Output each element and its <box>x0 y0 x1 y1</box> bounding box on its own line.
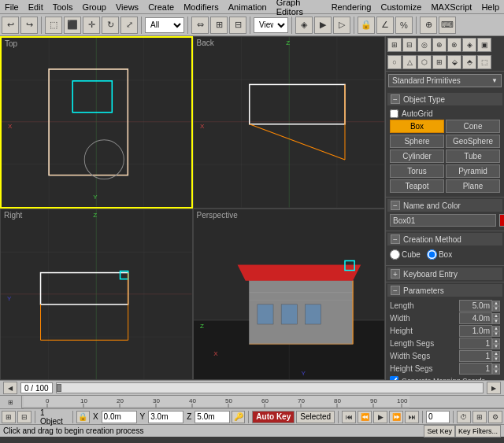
autogrid-checkbox[interactable] <box>390 109 398 118</box>
length-segs-spin-down[interactable]: ▼ <box>492 344 500 349</box>
generate-mapping-checkbox[interactable] <box>390 376 398 380</box>
rp-icon-5[interactable]: ⊗ <box>447 38 461 52</box>
height-input[interactable] <box>459 325 492 337</box>
menu-help[interactable]: Help <box>476 2 504 13</box>
width-spin-down[interactable]: ▼ <box>492 319 500 324</box>
menu-graph-editors[interactable]: Graph Editors <box>272 0 327 17</box>
cone-button[interactable]: Cone <box>446 120 500 133</box>
cube-radio-label[interactable]: Cube <box>390 249 421 260</box>
box-button[interactable]: Box <box>390 120 444 133</box>
ruler-corner-icon[interactable]: ⊞ <box>8 399 13 406</box>
length-spin-up[interactable]: ▲ <box>492 301 500 306</box>
width-segs-input[interactable] <box>459 350 492 362</box>
rp-icon-6[interactable]: ◈ <box>462 38 476 52</box>
render-scene-button[interactable]: ▶ <box>314 17 332 34</box>
select-region-button[interactable]: ⬛ <box>64 17 81 34</box>
menu-customize[interactable]: Customize <box>376 2 426 13</box>
viewport-right[interactable]: Right Y Z <box>0 209 193 381</box>
selection-filter-dropdown[interactable]: All <box>145 17 184 33</box>
cylinder-button[interactable]: Cylinder <box>390 150 444 163</box>
width-segs-spin-up[interactable]: ▲ <box>492 351 500 356</box>
object-name-input[interactable] <box>390 214 496 227</box>
viewport-perspective[interactable]: Perspective <box>193 209 386 381</box>
rp-icon-2[interactable]: ⊟ <box>402 38 417 52</box>
rp-icon-10[interactable]: ⬡ <box>417 55 432 69</box>
lock-selection-button[interactable]: 🔒 <box>76 411 90 423</box>
creation-method-header[interactable]: − Creation Method <box>387 233 502 245</box>
scale-button[interactable]: ⤢ <box>120 17 138 34</box>
named-sel-sets-button[interactable]: ⊕ <box>420 17 437 34</box>
collapse-creation-button[interactable]: − <box>391 234 400 244</box>
timeline-next-button[interactable]: ▶ <box>487 382 501 394</box>
color-swatch[interactable] <box>499 214 504 227</box>
align-button[interactable]: ⊞ <box>210 17 228 34</box>
height-spin-down[interactable]: ▼ <box>492 331 500 337</box>
selected-button[interactable]: Selected <box>296 411 335 423</box>
rp-icon-1[interactable]: ⊞ <box>387 38 402 52</box>
undo-button[interactable]: ↩ <box>2 17 19 34</box>
rp-icon-3[interactable]: ◎ <box>417 38 432 52</box>
z-value-input[interactable] <box>195 411 230 423</box>
viewport-layout-button[interactable]: ⊞ <box>472 411 487 423</box>
menu-views[interactable]: Views <box>111 2 143 13</box>
object-type-header[interactable]: − Object Type <box>387 93 502 105</box>
cube-radio[interactable] <box>390 249 400 260</box>
teapot-button[interactable]: Teapot <box>390 179 444 193</box>
tube-button[interactable]: Tube <box>446 150 500 163</box>
geosphere-button[interactable]: GeoSphere <box>446 135 500 148</box>
sphere-button[interactable]: Sphere <box>390 135 444 148</box>
frame-input[interactable] <box>426 411 450 423</box>
go-to-end-button[interactable]: ⏭ <box>405 411 419 423</box>
set-key-button[interactable]: Set Key <box>424 425 455 437</box>
menu-maxscript[interactable]: MAXScript <box>426 2 476 13</box>
rp-icon-13[interactable]: ⬘ <box>462 55 476 69</box>
menu-file[interactable]: File <box>0 2 24 13</box>
prev-frame-button[interactable]: ⏪ <box>358 411 372 423</box>
menu-modifiers[interactable]: Modifiers <box>179 2 224 13</box>
box-radio-label[interactable]: Box <box>427 249 452 260</box>
menu-rendering[interactable]: Rendering <box>327 2 376 13</box>
layer-button[interactable]: ⊟ <box>229 17 246 34</box>
snap-toggle-button[interactable]: 🔒 <box>358 17 375 34</box>
width-spin-up[interactable]: ▲ <box>492 313 500 319</box>
torus-button[interactable]: Torus <box>390 164 444 178</box>
height-segs-spin-down[interactable]: ▼ <box>492 369 500 375</box>
width-segs-spin-down[interactable]: ▼ <box>492 356 500 362</box>
rp-icon-14[interactable]: ⬚ <box>477 55 491 69</box>
keyboard-entry-header[interactable]: + Keyboard Entry <box>387 268 502 280</box>
pyramid-button[interactable]: Pyramid <box>446 164 500 178</box>
percent-snap-button[interactable]: % <box>395 17 413 34</box>
rp-icon-12[interactable]: ⬙ <box>447 55 461 69</box>
rp-icon-9[interactable]: △ <box>402 55 417 69</box>
timeline-track[interactable] <box>56 382 484 393</box>
rp-icon-8[interactable]: ○ <box>387 55 402 69</box>
next-frame-button[interactable]: ⏩ <box>389 411 403 423</box>
material-editor-button[interactable]: ◈ <box>295 17 313 34</box>
plane-button[interactable]: Plane <box>446 179 500 193</box>
length-input[interactable] <box>459 300 492 312</box>
box-radio[interactable] <box>427 249 437 260</box>
x-value-input[interactable] <box>102 411 137 423</box>
mirror-button[interactable]: ⇔ <box>191 17 209 34</box>
viewport-back[interactable]: Back X Z <box>193 36 386 209</box>
collapse-params-button[interactable]: − <box>391 286 400 295</box>
status-icon-1[interactable]: ⊞ <box>2 411 16 423</box>
rp-icon-7[interactable]: ▣ <box>477 38 491 52</box>
name-color-header[interactable]: − Name and Color <box>387 199 502 212</box>
menu-tools[interactable]: Tools <box>48 2 78 13</box>
timeline-prev-button[interactable]: ◀ <box>3 382 17 394</box>
viewport-top[interactable]: Top X Y <box>0 36 193 209</box>
quick-render-button[interactable]: ▷ <box>333 17 350 34</box>
angle-snap-button[interactable]: ∠ <box>376 17 394 34</box>
key-filters-button[interactable]: Key Filters... <box>455 425 501 437</box>
rp-icon-4[interactable]: ⊕ <box>432 38 447 52</box>
play-button[interactable]: ▶ <box>373 411 387 423</box>
lock-xyz-button[interactable]: 🔑 <box>232 411 245 423</box>
rotate-button[interactable]: ↻ <box>102 17 119 34</box>
time-config-button[interactable]: ⏱ <box>457 411 471 423</box>
collapse-object-type-button[interactable]: − <box>391 94 400 104</box>
move-button[interactable]: ✛ <box>83 17 100 34</box>
redo-button[interactable]: ↪ <box>20 17 38 34</box>
length-segs-spin-up[interactable]: ▲ <box>492 338 500 344</box>
collapse-name-color-button[interactable]: − <box>391 201 400 210</box>
